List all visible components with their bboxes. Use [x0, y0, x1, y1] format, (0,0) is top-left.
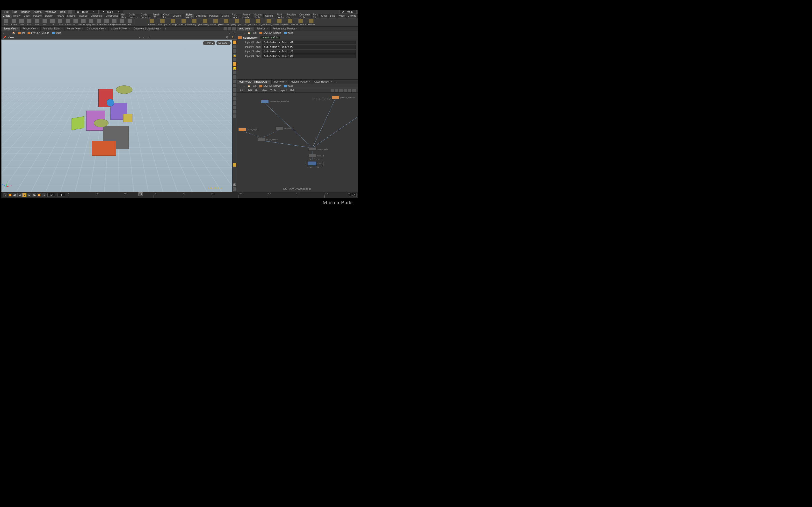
display-option-icon[interactable]	[233, 49, 236, 53]
display-option-icon[interactable]	[233, 80, 236, 83]
display-option-icon[interactable]	[233, 89, 236, 92]
step-back-key-button[interactable]: ⏪	[8, 193, 12, 197]
display-option-icon[interactable]	[233, 93, 236, 96]
shelf-tool-area-light[interactable]: Area Light	[179, 19, 189, 25]
goto-end-button[interactable]: ⏭	[42, 193, 46, 197]
shelf-tool-ambient-light[interactable]: Ambient Light	[274, 19, 285, 25]
network-node-props_switch[interactable]: props_switch	[258, 137, 278, 141]
timeline-cursor[interactable]: 62	[139, 192, 143, 196]
path-crumb-root[interactable]: 🏠	[247, 32, 251, 34]
nav-fwd-icon[interactable]: →	[242, 84, 246, 88]
3d-viewport[interactable]: Persp ▾ No cam ▾ Indie Edition	[1, 40, 232, 192]
shelf-tool-torus[interactable]: Torus	[26, 19, 33, 25]
shelf-tool-switcher[interactable]: Switcher	[306, 19, 316, 25]
display-option-icon[interactable]	[233, 58, 236, 61]
shelf-tool-metaball[interactable]: Metaball	[118, 19, 126, 25]
stop-button[interactable]: ■	[22, 193, 27, 197]
shelf-tab[interactable]: Container Tools	[298, 14, 311, 18]
tab-tree-view[interactable]: Tree View×	[272, 80, 289, 84]
net-tool-icon[interactable]	[348, 89, 351, 92]
pin-icon[interactable]: 📌	[3, 36, 6, 39]
tab-motion-fx-view[interactable]: Motion FX View×	[109, 26, 132, 31]
shelf-tool-stereo-camera[interactable]: Stereo Camera	[285, 19, 295, 25]
add-tab-button[interactable]: +	[163, 27, 167, 30]
display-option-icon[interactable]	[233, 62, 236, 66]
net-menu-help[interactable]: Help	[288, 89, 297, 92]
shelf-tab[interactable]: Wires	[337, 14, 347, 18]
net-menu-view[interactable]: View	[260, 89, 269, 92]
path-crumb[interactable]: FAVELA_MBade	[27, 32, 50, 34]
shelf-tab[interactable]: Create	[1, 14, 12, 18]
shelf-tab[interactable]: Rigid Bodies	[230, 14, 241, 18]
expand-icon[interactable]: ⛶	[232, 32, 236, 35]
settings-icon[interactable]: ☰	[233, 187, 236, 191]
tab-take-list[interactable]: Take List×	[255, 26, 271, 31]
path-crumb-root[interactable]: 🏠	[247, 85, 251, 88]
nav-back-icon[interactable]: ←	[238, 84, 241, 88]
shelf-tab[interactable]: Muscles	[77, 14, 89, 18]
add-tab-button[interactable]: +	[299, 27, 304, 30]
display-option-icon[interactable]	[233, 75, 236, 79]
shelf-tab[interactable]: Terrain FX	[151, 14, 162, 18]
network-node-place_props[interactable]: place_props	[238, 128, 258, 131]
network-node-normal1[interactable]: normal1	[308, 154, 324, 157]
param-input[interactable]	[262, 45, 356, 49]
add-tab-button[interactable]: +	[334, 80, 338, 83]
shelf-tab[interactable]: Solid	[328, 14, 337, 18]
shelf-tab[interactable]: Characters	[89, 14, 104, 18]
snap-tool-icon[interactable]: ↘	[137, 36, 141, 39]
shelf-tab[interactable]: Hair Utils	[120, 14, 128, 18]
shelf-tool-tube[interactable]: Tube	[18, 19, 25, 25]
shelf-tab[interactable]: Polygon	[32, 14, 44, 18]
shelf-tab[interactable]: Modify	[12, 14, 22, 18]
net-tool-icon[interactable]	[352, 89, 356, 92]
network-node-merge_main[interactable]: merge_main	[308, 147, 328, 151]
shelf-tool-camera[interactable]: Camera	[147, 19, 157, 25]
shelf-tab[interactable]: Oceans	[264, 14, 275, 18]
shelf-tab[interactable]: Cloud FX	[162, 14, 171, 18]
goto-start-button[interactable]: ⏮	[3, 193, 7, 197]
step-fwd-button[interactable]: ❙▶	[32, 193, 36, 197]
path-crumb[interactable]: walls	[51, 32, 62, 34]
network-node-plateau_modules[interactable]: plateau_modules	[332, 96, 355, 99]
shelf-tab[interactable]: Crowds	[346, 14, 358, 18]
path-crumb[interactable]: obj	[17, 32, 26, 34]
radial-menu-selector[interactable]: ⊙ Main	[340, 10, 357, 14]
lock-icon[interactable]: 🔒	[233, 54, 236, 57]
net-menu-tools[interactable]: Tools	[269, 89, 278, 92]
nav-back-icon[interactable]: ←	[238, 32, 241, 35]
tab-animation-editor[interactable]: Animation Editor×	[41, 26, 65, 31]
shelf-tool-null[interactable]: Null	[41, 19, 48, 25]
display-option-icon[interactable]	[233, 71, 236, 74]
shelf-tool-volume-light[interactable]: Volume Light	[200, 19, 210, 25]
tab-render-view-2[interactable]: Render View×	[65, 26, 85, 31]
menu-render[interactable]: Render	[19, 10, 32, 13]
pane-icon[interactable]	[223, 27, 227, 31]
shelf-tool-gi-light[interactable]: GI Light	[242, 19, 253, 25]
path-crumb[interactable]: FAVELA_MBade	[258, 32, 282, 34]
shelf-tab[interactable]: Grains	[220, 14, 230, 18]
shelf-tool-platonic-solids[interactable]: Platonic Solids	[103, 19, 110, 25]
shelf-tab[interactable]: Collisions	[194, 14, 208, 18]
path-crumb[interactable]: obj	[252, 32, 257, 34]
info-icon[interactable]: ⓘ	[233, 183, 236, 186]
path-crumb[interactable]: walls	[283, 32, 294, 34]
shelf-tool-vr-camera[interactable]: VR Camera	[296, 19, 306, 25]
shelf-tool-sphere[interactable]: Sphere	[10, 19, 17, 25]
shelf-tab[interactable]: Viscous Fluids	[252, 14, 264, 18]
shelf-tool-circle[interactable]: Circle	[57, 19, 64, 25]
display-option-icon[interactable]	[233, 101, 236, 105]
shelf-tool-point-light[interactable]: Point Light	[157, 19, 167, 25]
net-tool-icon[interactable]	[335, 89, 338, 92]
shelf-tool-spray-paint[interactable]: Spray Paint	[88, 19, 95, 25]
path-crumb[interactable]: FAVELA_MBade	[258, 85, 282, 88]
shelf-tab[interactable]: Constraints	[104, 14, 120, 18]
pane-icon[interactable]	[232, 27, 236, 31]
shelf-tool-sky-light[interactable]: Sky Light	[232, 19, 242, 25]
display-option-icon[interactable]	[233, 97, 236, 101]
shelf-tool-line[interactable]: Line	[49, 19, 56, 25]
net-tool-icon[interactable]	[331, 89, 334, 92]
network-node-subnetwork_dubaction[interactable]: subnetwork_dubaction	[261, 100, 289, 103]
play-button[interactable]: ▶	[27, 193, 32, 197]
menu-file[interactable]: File	[2, 10, 11, 13]
